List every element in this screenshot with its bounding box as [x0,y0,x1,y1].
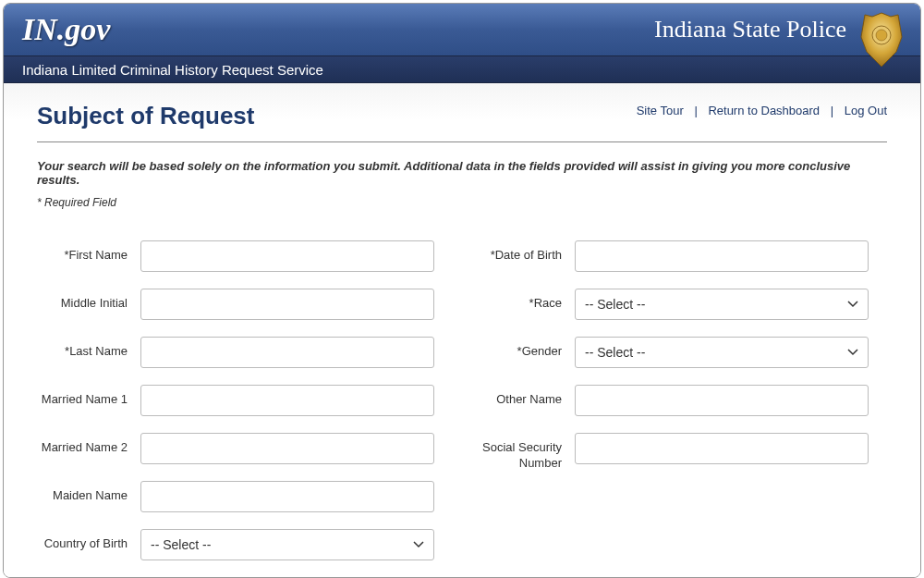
ssn-label: Social Security Number [471,433,575,472]
top-links: Site Tour | Return to Dashboard | Log Ou… [637,102,887,117]
field-row-last-name: *Last Name [37,337,453,368]
title-row: Subject of Request Site Tour | Return to… [37,102,887,130]
dob-input[interactable] [575,240,869,272]
gender-select[interactable]: -- Select -- [575,337,869,368]
middle-initial-label: Middle Initial [37,289,140,312]
link-separator: | [831,104,833,117]
field-row-middle-initial: Middle Initial [37,289,453,320]
gender-label: *Gender [471,337,575,360]
other-name-input[interactable] [575,385,869,416]
other-name-label: Other Name [471,385,575,408]
middle-initial-input[interactable] [140,289,434,320]
last-name-label: *Last Name [37,337,140,360]
last-name-input[interactable] [140,337,434,368]
field-row-race: *Race -- Select -- [471,289,887,320]
ssn-input[interactable] [575,433,869,464]
site-tour-link[interactable]: Site Tour [637,104,684,117]
maiden-name-input[interactable] [140,481,434,512]
race-select[interactable]: -- Select -- [575,289,869,320]
field-row-maiden-name: Maiden Name [37,481,453,512]
field-row-married-name-1: Married Name 1 [37,385,453,416]
dob-label: *Date of Birth [471,240,575,264]
married-name-1-input[interactable] [140,385,434,416]
field-row-other-name: Other Name [471,385,887,416]
married-name-2-input[interactable] [140,433,434,464]
header-main: IN.gov Indiana State Police [4,4,920,55]
form-column-right: *Date of Birth *Race -- Select -- *Gende… [471,240,887,577]
page-title: Subject of Request [37,102,254,130]
race-label: *Race [471,289,575,312]
field-row-first-name: *First Name [37,240,453,272]
field-row-married-name-2: Married Name 2 [37,433,453,464]
site-logo: IN.gov [22,12,110,47]
form-column-left: *First Name Middle Initial *Last Name [37,240,453,577]
service-title: Indiana Limited Criminal History Request… [22,62,323,78]
police-badge-icon [859,11,904,68]
agency-name: Indiana State Police [654,16,846,43]
first-name-label: *First Name [37,240,140,264]
country-of-birth-label: Country of Birth [37,529,140,552]
log-out-link[interactable]: Log Out [845,104,887,117]
header-sub: Indiana Limited Criminal History Request… [4,55,920,83]
link-separator: | [694,104,697,117]
married-name-1-label: Married Name 1 [37,385,140,408]
maiden-name-label: Maiden Name [37,481,140,504]
married-name-2-label: Married Name 2 [37,433,140,456]
return-dashboard-link[interactable]: Return to Dashboard [708,104,820,117]
field-row-country-of-birth: Country of Birth -- Select -- [37,529,453,560]
first-name-input[interactable] [140,240,434,272]
field-row-ssn: Social Security Number [471,433,887,472]
svg-point-1 [876,30,887,41]
title-divider [37,141,887,142]
country-of-birth-select[interactable]: -- Select -- [140,529,434,560]
form-area: *First Name Middle Initial *Last Name [37,240,887,577]
field-row-gender: *Gender -- Select -- [471,337,887,368]
content-area: Subject of Request Site Tour | Return to… [4,83,920,577]
page-frame: IN.gov Indiana State Police Indiana Limi… [3,3,921,578]
required-field-note: * Required Field [37,196,887,209]
field-row-dob: *Date of Birth [471,240,887,272]
instructions-text: Your search will be based solely on the … [37,159,887,187]
